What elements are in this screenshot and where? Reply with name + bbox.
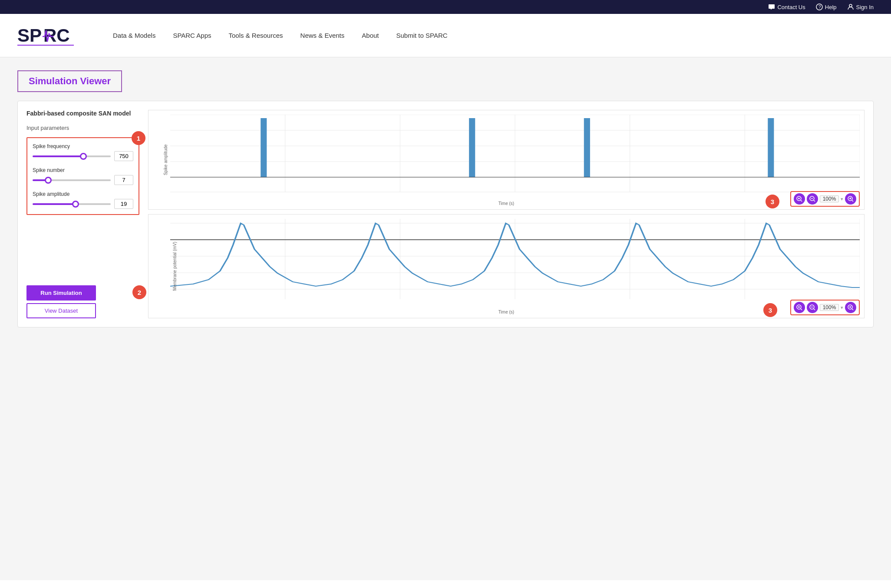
badge-3-chart2: 3 bbox=[763, 303, 777, 317]
svg-text:RC: RC bbox=[43, 25, 70, 46]
badge-3-chart1: 3 bbox=[766, 195, 779, 208]
chart1-xlabel: Time (s) bbox=[498, 201, 514, 206]
chart2-xlabel: Time (s) bbox=[498, 310, 514, 314]
top-bar: Contact Us ? Help Sign In bbox=[0, 0, 891, 14]
svg-text:SP: SP bbox=[17, 25, 42, 46]
zoom-in-icon-2 bbox=[796, 304, 802, 311]
chart1-wrapper: Spike amplitude bbox=[148, 110, 865, 210]
zoom-controls-1: 100% ▾ + bbox=[790, 191, 860, 207]
sign-in-label: Sign In bbox=[856, 4, 874, 10]
chat-icon bbox=[768, 3, 775, 10]
zoom-in-icon-1 bbox=[796, 196, 802, 202]
spike-frequency-group: Spike frequency bbox=[33, 143, 133, 161]
logo-svg: SP RC bbox=[17, 23, 74, 47]
spike-amplitude-input[interactable] bbox=[114, 199, 133, 209]
sign-in-link[interactable]: Sign In bbox=[847, 3, 874, 10]
chart2-svg: 20 0 −20 −40 −60 0 0.5 1 1.5 2 2.5 3 bbox=[170, 219, 860, 301]
nav-news-events[interactable]: News & Events bbox=[292, 27, 353, 43]
zoom-reset-icon-1: + bbox=[848, 196, 854, 202]
zoom-out-icon-1 bbox=[809, 196, 815, 202]
header: SP RC Data & Models SPARC Apps Tools & R… bbox=[0, 14, 891, 57]
zoom-value-1: 100% bbox=[820, 195, 839, 202]
zoom-reset-button-1[interactable]: + bbox=[845, 193, 856, 205]
slider-track-3 bbox=[33, 203, 111, 205]
spike-number-row bbox=[33, 175, 133, 185]
chart1-ylabel: Spike amplitude bbox=[163, 144, 168, 175]
nav-sparc-apps[interactable]: SPARC Apps bbox=[164, 27, 220, 43]
spike-amplitude-group: Spike amplitude bbox=[33, 191, 133, 209]
slider-thumb-3 bbox=[72, 201, 79, 208]
main-nav: Data & Models SPARC Apps Tools & Resourc… bbox=[104, 27, 456, 43]
zoom-in-button-2[interactable] bbox=[794, 302, 805, 313]
zoom-reset-button-2[interactable] bbox=[845, 302, 856, 313]
chart1-svg: 20 15 10 5 0 0 0.5 1 1.5 2 2.5 3 bbox=[170, 115, 860, 193]
spike-frequency-input[interactable] bbox=[114, 151, 133, 161]
user-icon bbox=[847, 3, 854, 10]
svg-line-38 bbox=[801, 200, 802, 202]
badge-2: 2 bbox=[132, 285, 146, 299]
left-panel: Fabbri-based composite SAN model Input p… bbox=[26, 110, 139, 318]
spike-frequency-label: Spike frequency bbox=[33, 143, 133, 149]
zoom-out-button-2[interactable] bbox=[807, 302, 818, 313]
spike-amplitude-row bbox=[33, 199, 133, 209]
svg-line-41 bbox=[814, 200, 815, 202]
params-box: 1 Spike frequency Spike n bbox=[26, 137, 139, 215]
page-title-box: Simulation Viewer bbox=[17, 70, 122, 92]
svg-point-2 bbox=[849, 4, 852, 7]
svg-text:?: ? bbox=[818, 5, 821, 10]
zoom-out-button-1[interactable] bbox=[807, 193, 818, 205]
nav-tools-resources[interactable]: Tools & Resources bbox=[220, 27, 292, 43]
svg-line-45 bbox=[852, 200, 853, 202]
contact-us-label: Contact Us bbox=[777, 4, 805, 10]
help-label: Help bbox=[825, 4, 837, 10]
view-dataset-button[interactable]: View Dataset bbox=[26, 303, 96, 318]
nav-submit[interactable]: Submit to SPARC bbox=[387, 27, 456, 43]
nav-about[interactable]: About bbox=[353, 27, 387, 43]
chart2-ylabel: Membrane potential (mV) bbox=[172, 242, 177, 291]
zoom-controls-2: 100% ▾ bbox=[790, 300, 860, 315]
svg-rect-31 bbox=[469, 118, 475, 177]
main-content: Simulation Viewer Fabbri-based composite… bbox=[0, 57, 891, 580]
slider-track-2 bbox=[33, 179, 111, 181]
nav-data-models[interactable]: Data & Models bbox=[104, 27, 164, 43]
svg-rect-32 bbox=[584, 118, 590, 177]
svg-text:+: + bbox=[850, 197, 851, 200]
spike-number-input[interactable] bbox=[114, 175, 133, 185]
zoom-in-button-1[interactable] bbox=[794, 193, 805, 205]
slider-track-1 bbox=[33, 155, 111, 157]
spike-frequency-row bbox=[33, 151, 133, 161]
svg-line-74 bbox=[801, 309, 802, 310]
run-simulation-button[interactable]: Run Simulation bbox=[26, 285, 96, 301]
chart2-wrapper: Membrane potential (mV) 2 bbox=[148, 214, 865, 318]
badge-1: 1 bbox=[132, 131, 145, 145]
input-params-label: Input parameters bbox=[26, 125, 139, 131]
spike-number-group: Spike number bbox=[33, 167, 133, 185]
zoom-value-2: 100% bbox=[820, 304, 839, 311]
zoom-reset-icon-2 bbox=[848, 304, 854, 311]
help-link[interactable]: ? Help bbox=[816, 3, 837, 10]
model-name: Fabbri-based composite SAN model bbox=[26, 110, 139, 117]
charts-panel: Spike amplitude bbox=[148, 110, 865, 318]
help-icon: ? bbox=[816, 3, 823, 10]
zoom-out-icon-2 bbox=[809, 304, 815, 311]
slider-thumb-1 bbox=[80, 153, 87, 160]
svg-rect-30 bbox=[261, 118, 267, 177]
logo[interactable]: SP RC bbox=[17, 23, 74, 47]
spike-number-label: Spike number bbox=[33, 167, 133, 173]
spike-number-slider[interactable] bbox=[33, 176, 111, 185]
svg-line-81 bbox=[852, 309, 853, 310]
buttons-area: Run Simulation View Dataset 2 bbox=[26, 285, 139, 318]
zoom-dropdown-2[interactable]: ▾ bbox=[841, 305, 843, 311]
content-panel: Fabbri-based composite SAN model Input p… bbox=[17, 101, 874, 327]
spike-amplitude-slider[interactable] bbox=[33, 200, 111, 208]
contact-us-link[interactable]: Contact Us bbox=[768, 3, 805, 10]
spike-amplitude-label: Spike amplitude bbox=[33, 191, 133, 197]
svg-line-77 bbox=[814, 309, 815, 310]
zoom-dropdown-1[interactable]: ▾ bbox=[841, 196, 843, 202]
slider-thumb-2 bbox=[45, 177, 52, 184]
svg-rect-33 bbox=[768, 118, 774, 177]
spike-frequency-slider[interactable] bbox=[33, 152, 111, 161]
page-title: Simulation Viewer bbox=[29, 76, 111, 86]
